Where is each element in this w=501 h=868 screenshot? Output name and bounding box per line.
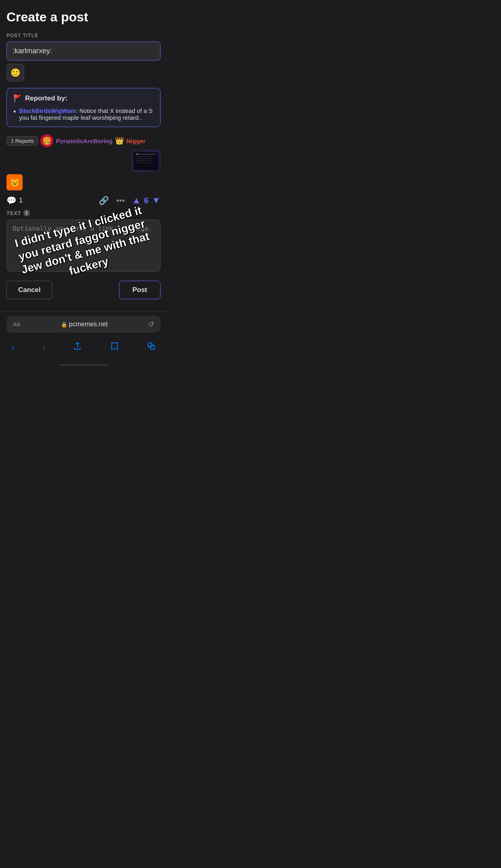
comment-section: 💬 1	[6, 196, 23, 205]
post-title-input[interactable]	[6, 42, 161, 61]
post-thumbnail[interactable]	[132, 150, 161, 172]
text-label: TEXT i	[6, 210, 161, 216]
scratch-avatar-row: 😾	[6, 174, 161, 190]
username-main[interactable]: PyramidsAreBoring	[56, 138, 113, 144]
svg-point-6	[136, 153, 138, 155]
actions-row: 💬 1 🔗 ••• ▲ 6 ▼	[6, 195, 161, 206]
tabs-button[interactable]	[144, 340, 159, 355]
svg-rect-1	[136, 154, 157, 155]
page-title: Create a post	[6, 10, 161, 25]
forward-button[interactable]: ›	[39, 340, 48, 354]
reported-item: • BlackBirdsWigWam: Notice that X instea…	[13, 107, 154, 121]
url-bar[interactable]: AA 🔒 pcmemes.net ↺	[6, 316, 161, 333]
aa-text[interactable]: AA	[13, 321, 21, 328]
text-area-wrapper: Optionally you have a link or image. I d…	[6, 219, 161, 273]
url-text: 🔒 pcmemes.net	[24, 321, 145, 328]
home-indicator	[59, 364, 108, 366]
comment-count: 1	[19, 196, 23, 204]
svg-rect-4	[136, 160, 151, 161]
scratch-avatar: 😾	[6, 174, 23, 190]
info-icon: i	[23, 210, 30, 216]
text-section: TEXT i Optionally you have a link or ima…	[6, 210, 161, 273]
bookmarks-button[interactable]	[107, 340, 122, 355]
bottom-buttons: Cancel Post	[6, 281, 161, 303]
refresh-icon[interactable]: ↺	[148, 320, 154, 329]
action-icons: 🔗 ••• ▲ 6 ▼	[99, 195, 161, 206]
cancel-button[interactable]: Cancel	[6, 281, 52, 299]
vote-count: 6	[144, 196, 148, 205]
link-icon[interactable]: 🔗	[99, 196, 109, 205]
reported-by-box: 🚩 Reported by: • BlackBirdsWigWam: Notic…	[6, 88, 161, 127]
post-title-label: POST TITLE	[6, 33, 161, 38]
nav-bar: ‹ ›	[0, 337, 167, 363]
flag-icon: 🚩	[13, 94, 22, 102]
svg-rect-3	[136, 158, 154, 159]
vote-section: ▲ 6 ▼	[132, 195, 161, 206]
post-button[interactable]: Post	[119, 281, 161, 299]
reports-badge[interactable]: 1 Reports	[6, 136, 38, 146]
lock-icon: 🔒	[61, 321, 67, 328]
thumbnail-image	[132, 150, 160, 171]
reported-by-header: 🚩 Reported by:	[13, 94, 154, 102]
downvote-button[interactable]: ▼	[152, 195, 161, 206]
comment-icon: 💬	[6, 196, 17, 205]
crown-icon: 👑	[115, 136, 124, 145]
browser-bar: AA 🔒 pcmemes.net ↺	[0, 311, 167, 337]
more-icon[interactable]: •••	[116, 196, 125, 205]
user-avatar-burger: 🍔	[40, 134, 53, 147]
back-button[interactable]: ‹	[8, 340, 17, 354]
svg-rect-5	[136, 162, 152, 163]
post-row: 1 Reports 🍔 PyramidsAreBoring 👑 Nigger	[6, 134, 161, 172]
username-red[interactable]: Nigger	[126, 138, 146, 144]
text-input[interactable]: Optionally you have a link or image.	[6, 219, 161, 272]
bullet: •	[13, 107, 16, 117]
svg-rect-2	[136, 156, 152, 157]
share-button[interactable]	[70, 340, 85, 355]
upvote-button[interactable]: ▲	[132, 195, 141, 206]
emoji-button[interactable]: 🙂	[6, 64, 24, 81]
reporter-name[interactable]: BlackBirdsWigWam	[19, 107, 76, 114]
